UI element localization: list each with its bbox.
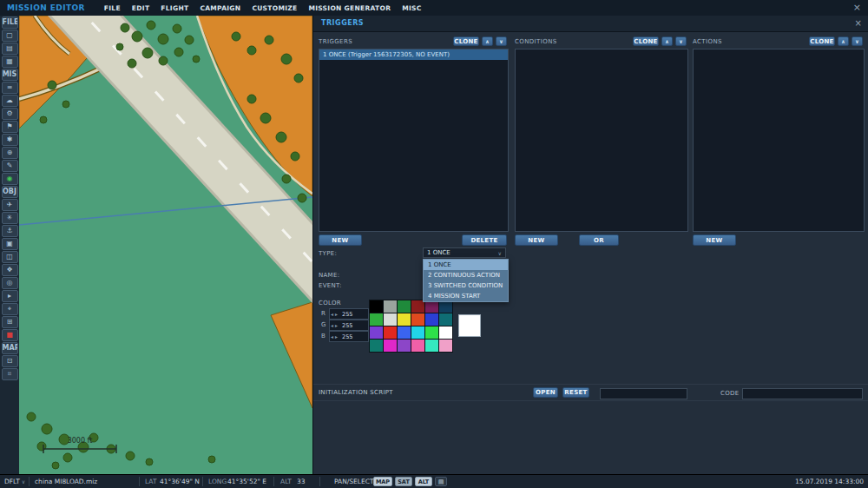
trigger-list-item[interactable]: 1 ONCE (Trigger 1563172305, NO EVENT) — [319, 49, 508, 60]
palette-swatch[interactable] — [439, 326, 452, 339]
script-code-input[interactable] — [742, 388, 863, 399]
profile-select[interactable]: DFLT ∨ — [4, 475, 25, 488]
palette-swatch[interactable] — [384, 313, 397, 326]
type-option[interactable]: 3 SWITCHED CONDITION — [424, 280, 508, 291]
map-layers-icon[interactable]: ⊡ — [2, 355, 18, 367]
trigger-zone-icon[interactable]: ◎ — [2, 277, 18, 289]
script-file-input[interactable] — [600, 388, 687, 399]
briefing-icon[interactable]: ≡ — [2, 82, 18, 94]
palette-swatch[interactable] — [425, 326, 438, 339]
sat-toggle-button[interactable]: SAT — [395, 477, 412, 486]
palette-swatch[interactable] — [384, 300, 397, 313]
type-option[interactable]: 4 MISSION START — [424, 291, 508, 301]
palette-swatch[interactable] — [370, 313, 383, 326]
condition-move-up-icon[interactable]: ∧ — [661, 36, 673, 46]
palette-swatch[interactable] — [370, 326, 383, 339]
new-trigger-button[interactable]: NEW — [319, 234, 362, 246]
palette-swatch[interactable] — [370, 340, 383, 352]
measure-tool-icon[interactable]: ⌖ — [2, 303, 18, 315]
type-option[interactable]: 1 ONCE — [424, 260, 508, 270]
menu-item[interactable]: EDIT — [132, 4, 149, 12]
palette-swatch[interactable] — [398, 300, 411, 313]
trigger-move-down-icon[interactable]: ∨ — [496, 36, 507, 46]
new-action-button[interactable]: NEW — [693, 234, 736, 246]
action-move-down-icon[interactable]: ∨ — [852, 36, 863, 46]
clone-action-button[interactable]: CLONE — [809, 36, 835, 46]
palette-swatch[interactable] — [398, 313, 411, 326]
palette-swatch[interactable] — [425, 300, 438, 313]
new-condition-button[interactable]: NEW — [515, 234, 558, 246]
open-script-button[interactable]: OPEN — [533, 387, 558, 398]
layers-icon[interactable]: ▤ — [435, 477, 447, 486]
notes-icon[interactable]: ✎ — [2, 160, 18, 172]
new-mission-icon[interactable]: ▢ — [2, 30, 18, 42]
condition-move-down-icon[interactable]: ∨ — [675, 36, 687, 46]
map-grid-icon[interactable]: ⌗ — [2, 368, 18, 380]
ship-group-icon[interactable]: ⚓ — [2, 225, 18, 237]
palette-swatch[interactable] — [439, 300, 452, 313]
spinner-right-icon[interactable]: ▸ — [334, 322, 339, 328]
clone-trigger-button[interactable]: CLONE — [453, 36, 479, 46]
palette-swatch[interactable] — [384, 326, 397, 339]
palette-swatch[interactable] — [398, 340, 411, 352]
palette-swatch[interactable] — [411, 300, 424, 313]
menu-item[interactable]: FILE — [104, 4, 121, 12]
blue-spinner[interactable]: ◂ ▸ 255 — [329, 331, 369, 342]
green-spinner[interactable]: ◂ ▸ 255 — [329, 320, 369, 331]
delete-trigger-button[interactable]: DELETE — [462, 234, 507, 246]
spinner-right-icon[interactable]: ▸ — [334, 311, 339, 317]
spinner-right-icon[interactable]: ▸ — [334, 333, 339, 340]
menu-item[interactable]: MISC — [402, 4, 421, 12]
menu-item[interactable]: FLIGHT — [161, 4, 188, 12]
conditions-list[interactable] — [515, 49, 688, 232]
waypoint-icon[interactable]: ▸ — [2, 290, 18, 302]
map-view[interactable]: 3000 ft — [19, 16, 312, 475]
trigger-type-options: 1 ONCE2 CONTINUOUS ACTION3 SWITCHED COND… — [423, 259, 509, 302]
palette-swatch[interactable] — [411, 340, 424, 352]
pan-select-mode[interactable]: PAN/SELECT — [334, 475, 374, 488]
open-mission-icon[interactable]: ▤ — [2, 43, 18, 55]
panel-close-icon[interactable]: × — [855, 18, 862, 28]
palette-swatch[interactable] — [370, 300, 383, 313]
palette-swatch[interactable] — [425, 340, 438, 352]
restricted-zone-icon[interactable]: ■ — [2, 329, 18, 341]
window-close-icon[interactable]: × — [853, 2, 861, 13]
palette-swatch[interactable] — [384, 340, 397, 352]
map-toggle-button[interactable]: MAP — [373, 477, 392, 486]
alt-toggle-button[interactable]: ALT — [415, 477, 432, 486]
palette-swatch[interactable] — [425, 313, 438, 326]
goals-icon[interactable]: ⚑ — [2, 121, 18, 133]
palette-swatch[interactable] — [411, 313, 424, 326]
resources-icon[interactable]: ⊕ — [2, 147, 18, 159]
save-mission-icon[interactable]: ▦ — [2, 56, 18, 68]
palette-swatch[interactable] — [439, 313, 452, 326]
reset-script-button[interactable]: RESET — [562, 387, 589, 398]
actions-list[interactable] — [693, 49, 865, 232]
menu-item[interactable]: CAMPAIGN — [200, 4, 240, 12]
menu-item[interactable]: CUSTOMIZE — [252, 4, 297, 12]
triggers-list[interactable]: 1 ONCE (Trigger 1563172305, NO EVENT) — [319, 49, 509, 232]
palette-swatch[interactable] — [411, 326, 424, 339]
map-canvas[interactable]: 3000 ft — [19, 16, 312, 475]
airplane-group-icon[interactable]: ✈ — [2, 199, 18, 211]
trigger-type-select[interactable]: 1 ONCE ∨ — [423, 247, 506, 258]
menu-item[interactable]: MISSION GENERATOR — [308, 4, 391, 12]
failures-icon[interactable]: ✱ — [2, 134, 18, 146]
color-palette — [369, 300, 453, 353]
helicopter-group-icon[interactable]: ✳ — [2, 212, 18, 224]
red-spinner[interactable]: ◂ ▸ 255 — [329, 308, 369, 320]
weather-icon[interactable]: ☁ — [2, 95, 18, 107]
fly-mission-icon[interactable]: ◉ — [2, 173, 18, 185]
template-icon[interactable]: ❖ — [2, 264, 18, 276]
static-object-icon[interactable]: ◫ — [2, 251, 18, 263]
clone-condition-button[interactable]: CLONE — [633, 36, 659, 46]
palette-swatch[interactable] — [398, 326, 411, 339]
palette-swatch[interactable] — [439, 340, 452, 352]
action-move-up-icon[interactable]: ∧ — [838, 36, 849, 46]
vehicle-group-icon[interactable]: ▣ — [2, 238, 18, 250]
trigger-move-up-icon[interactable]: ∧ — [482, 36, 493, 46]
type-option[interactable]: 2 CONTINUOUS ACTION — [424, 270, 508, 280]
grid-snap-icon[interactable]: ⊞ — [2, 316, 18, 328]
or-condition-button[interactable]: OR — [579, 234, 619, 246]
mission-options-icon[interactable]: ⚙ — [2, 108, 18, 120]
